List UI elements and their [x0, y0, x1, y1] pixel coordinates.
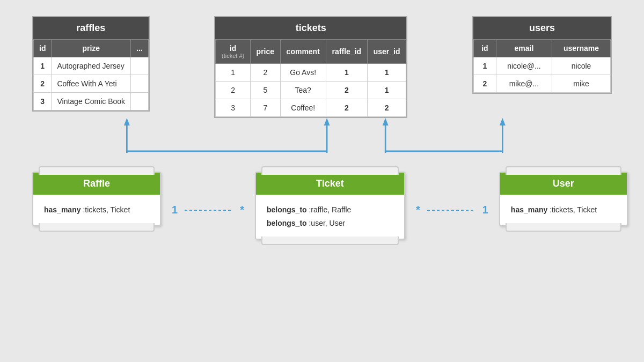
rel-many-right: *	[416, 204, 420, 216]
ticket-comment-1: Go Avs!	[280, 64, 326, 82]
user-model-body: has_many :tickets, Ticket	[500, 195, 627, 225]
raffles-table: raffles id prize ... 1 Autographed Jerse…	[32, 16, 150, 112]
user-id-1: 1	[474, 57, 496, 75]
users-col-username: username	[552, 40, 611, 57]
raffle-has-many-args: :tickets, Ticket	[83, 205, 130, 214]
tickets-col-price: price	[250, 40, 280, 64]
users-title: users	[473, 17, 611, 39]
table-row: 1 2 Go Avs! 1 1	[216, 64, 406, 82]
ticket-belongs-to-raffle: belongs_to :raffle, Raffle	[267, 203, 393, 217]
user-model-card: User has_many :tickets, Ticket	[499, 172, 628, 226]
raffle-model-body: has_many :tickets, Ticket	[33, 195, 160, 225]
ticket-user-id-2: 1	[367, 82, 406, 99]
rel-right: * 1	[416, 204, 488, 216]
raffle-has-many-label: has_many	[44, 205, 80, 214]
models-section: Raffle has_many :tickets, Ticket 1 * Tic…	[21, 172, 623, 240]
rel-left: 1 *	[172, 204, 244, 216]
users-col-email: email	[496, 40, 552, 57]
ticket-price-2: 5	[250, 82, 280, 99]
main-container: raffles id prize ... 1 Autographed Jerse…	[0, 0, 644, 362]
rel-many-left: *	[240, 204, 244, 216]
ticket-model-card: Ticket belongs_to :raffle, Raffle belong…	[255, 172, 405, 240]
ticket-price-1: 2	[250, 64, 280, 82]
ticket-id-3: 3	[216, 99, 251, 117]
rel-line-left	[182, 205, 236, 216]
table-row: 2 mike@... mike	[474, 75, 611, 93]
users-table: users id email username 1 nicole@... nic…	[472, 16, 612, 94]
ticket-id-1: 1	[216, 64, 251, 82]
ticket-price-3: 7	[250, 99, 280, 117]
tickets-title: tickets	[215, 17, 406, 39]
tickets-col-user-id: user_id	[367, 40, 406, 64]
user-username-1: nicole	[552, 57, 611, 75]
ticket-raffle-id-2: 2	[326, 82, 367, 99]
raffle-id-3: 3	[34, 93, 52, 110]
tables-section: raffles id prize ... 1 Autographed Jerse…	[21, 16, 623, 118]
table-row: 1 Autographed Jersey	[34, 57, 149, 75]
raffle-extra-1	[131, 57, 149, 75]
ticket-raffle-id-3: 2	[326, 99, 367, 117]
user-has-many-label: has_many	[511, 205, 547, 214]
ticket-user-id-3: 2	[367, 99, 406, 117]
ticket-raffle-id-1: 1	[326, 64, 367, 82]
users-col-id: id	[474, 40, 496, 57]
svg-marker-1	[124, 118, 130, 125]
ticket-user-id-1: 1	[367, 64, 406, 82]
raffle-id-1: 1	[34, 57, 52, 75]
tickets-col-comment: comment	[280, 40, 326, 64]
user-email-1: nicole@...	[496, 57, 552, 75]
rel-one-right: 1	[482, 204, 488, 216]
arrows-svg	[54, 118, 590, 156]
raffles-col-extra: ...	[131, 40, 149, 57]
table-row: 2 Coffee With A Yeti	[34, 75, 149, 93]
user-id-2: 2	[474, 75, 496, 93]
table-row: 2 5 Tea? 2 1	[216, 82, 406, 99]
user-username-2: mike	[552, 75, 611, 93]
rel-one-left: 1	[172, 204, 178, 216]
svg-marker-5	[383, 118, 389, 125]
user-has-many-args: :tickets, Ticket	[550, 205, 597, 214]
ticket-bt-raffle-label: belongs_to	[267, 205, 307, 214]
tickets-col-id: id(ticket #)	[216, 40, 251, 64]
svg-marker-7	[500, 118, 506, 125]
raffle-extra-2	[131, 75, 149, 93]
raffle-prize-1: Autographed Jersey	[52, 57, 131, 75]
table-row: 3 Vintage Comic Book	[34, 93, 149, 110]
svg-marker-3	[324, 118, 330, 125]
raffles-col-id: id	[34, 40, 52, 57]
raffle-prize-3: Vintage Comic Book	[52, 93, 131, 110]
ticket-model-title: Ticket	[256, 173, 404, 195]
user-email-2: mike@...	[496, 75, 552, 93]
ticket-comment-3: Coffee!	[280, 99, 326, 117]
ticket-bt-user-args: :user, User	[309, 219, 345, 227]
raffle-model-title: Raffle	[33, 173, 160, 195]
raffle-prize-2: Coffee With A Yeti	[52, 75, 131, 93]
raffle-id-2: 2	[34, 75, 52, 93]
ticket-bt-raffle-args: :raffle, Raffle	[309, 205, 351, 214]
ticket-bt-user-label: belongs_to	[267, 219, 307, 227]
table-row: 3 7 Coffee! 2 2	[216, 99, 406, 117]
tickets-col-raffle-id: raffle_id	[326, 40, 367, 64]
raffles-title: raffles	[33, 17, 149, 39]
raffles-col-prize: prize	[52, 40, 131, 57]
arrows-section	[54, 118, 590, 156]
ticket-belongs-to-user: belongs_to :user, User	[267, 217, 393, 230]
user-model-title: User	[500, 173, 627, 195]
raffle-model-card: Raffle has_many :tickets, Ticket	[32, 172, 161, 226]
raffle-extra-3	[131, 93, 149, 110]
ticket-id-2: 2	[216, 82, 251, 99]
table-row: 1 nicole@... nicole	[474, 57, 611, 75]
tickets-table: tickets id(ticket #) price comment raffl…	[214, 16, 407, 118]
ticket-model-body: belongs_to :raffle, Raffle belongs_to :u…	[256, 195, 404, 239]
ticket-comment-2: Tea?	[280, 82, 326, 99]
rel-line-right	[425, 205, 478, 216]
